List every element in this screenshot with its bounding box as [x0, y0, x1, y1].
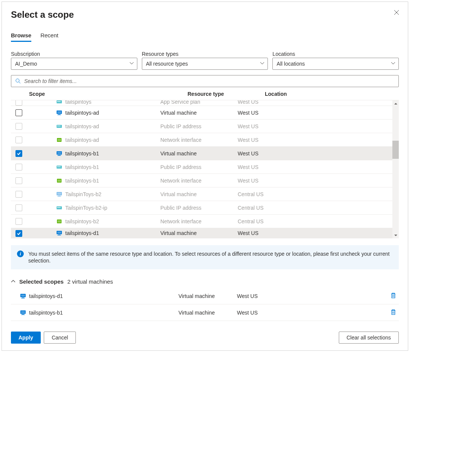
- svg-rect-8: [57, 115, 61, 115]
- resource-name: tailspintoys-b1: [65, 178, 99, 184]
- svg-rect-4: [60, 101, 60, 102]
- scroll-track[interactable]: [392, 107, 399, 232]
- svg-rect-27: [59, 180, 60, 182]
- svg-rect-7: [58, 114, 60, 115]
- resource-type-icon: [56, 230, 62, 236]
- resource-type: Network interface: [160, 178, 238, 184]
- selected-scopes-count: 2 virtual machines: [68, 278, 113, 285]
- row-checkbox: [15, 100, 22, 106]
- row-checkbox[interactable]: [15, 230, 22, 237]
- resource-type-icon: [56, 191, 62, 197]
- resource-type-icon: [56, 137, 62, 143]
- svg-rect-35: [58, 207, 59, 208]
- svg-rect-52: [21, 315, 25, 315]
- row-checkbox[interactable]: [15, 109, 22, 116]
- tab-recent[interactable]: Recent: [40, 32, 58, 42]
- search-bar[interactable]: [11, 75, 399, 87]
- resource-location: West US: [238, 230, 399, 237]
- table-row: tailspintoys-b2Network interfaceCentral …: [11, 215, 399, 228]
- resource-name: tailspintoys-d1: [65, 230, 99, 236]
- svg-rect-44: [57, 235, 61, 235]
- row-checkbox[interactable]: [15, 150, 22, 157]
- resource-location: Central US: [238, 191, 399, 197]
- locations-value: All locations: [277, 61, 305, 67]
- table-header: Scope Resource type Location: [11, 87, 399, 100]
- delete-selection-button[interactable]: [390, 309, 399, 316]
- scroll-down-button[interactable]: [392, 232, 399, 238]
- svg-rect-14: [58, 139, 58, 141]
- resource-type-icon: [56, 110, 62, 116]
- resource-type: Virtual machine: [160, 150, 238, 157]
- resource-location: West US: [238, 123, 399, 129]
- subscription-value: AI_Demo: [15, 61, 37, 67]
- svg-rect-40: [60, 220, 61, 223]
- close-button[interactable]: [394, 9, 401, 17]
- resource-type-icon: [56, 205, 62, 211]
- locations-label: Locations: [272, 51, 399, 57]
- table-row[interactable]: tailspintoys-adVirtual machineWest US: [11, 106, 399, 120]
- resource-types-select[interactable]: All resource types: [142, 58, 268, 70]
- svg-rect-48: [21, 298, 25, 298]
- col-type: Resource type: [188, 91, 265, 97]
- info-text: You must select items of the same resour…: [28, 250, 393, 264]
- svg-rect-32: [57, 196, 61, 197]
- subscription-label: Subscription: [11, 51, 137, 57]
- resource-type: Network interface: [160, 137, 238, 143]
- tabs: Browse Recent: [11, 32, 399, 42]
- subscription-select[interactable]: AI_Demo: [11, 58, 137, 70]
- resource-table: tailspintoysApp Service planWest UStails…: [11, 100, 399, 238]
- table-row: tailspintoys-adNetwork interfaceWest US: [11, 133, 399, 147]
- selected-item-location: West US: [237, 310, 390, 316]
- resource-type-icon: [56, 150, 62, 157]
- close-icon: [394, 9, 400, 15]
- resource-name: TailspinToys-b2: [65, 191, 101, 197]
- resource-name: tailspintoys-ad: [65, 123, 99, 129]
- vm-icon: [20, 293, 26, 299]
- search-input[interactable]: [24, 78, 395, 84]
- select-scope-dialog: Select a scope Browse Recent Subscriptio…: [2, 2, 408, 351]
- row-checkbox: [15, 191, 22, 198]
- svg-rect-16: [60, 139, 61, 141]
- col-scope: Scope: [29, 91, 188, 97]
- table-row: tailspintoys-b1Public IP addressWest US: [11, 160, 399, 174]
- selected-item-name: tailspintoys-d1: [29, 293, 63, 299]
- selected-scopes-header[interactable]: Selected scopes 2 virtual machines: [11, 278, 399, 285]
- resource-location: West US: [238, 164, 399, 170]
- svg-rect-38: [58, 220, 58, 223]
- resource-name: tailspintoys-b1: [65, 164, 99, 170]
- resource-type-icon: [56, 100, 62, 105]
- tab-browse[interactable]: Browse: [11, 32, 31, 42]
- vm-icon: [20, 310, 26, 316]
- svg-rect-19: [58, 155, 60, 155]
- svg-rect-15: [59, 139, 60, 141]
- svg-rect-22: [57, 166, 58, 167]
- locations-select[interactable]: All locations: [272, 58, 399, 70]
- resource-location: West US: [238, 150, 399, 157]
- row-checkbox: [15, 204, 22, 211]
- cancel-button[interactable]: Cancel: [44, 332, 76, 344]
- resource-type-icon: [56, 218, 62, 224]
- clear-selections-button[interactable]: Clear all selections: [339, 332, 399, 344]
- svg-rect-43: [58, 235, 60, 235]
- table-row[interactable]: tailspintoys-b1Virtual machineWest US: [11, 147, 399, 160]
- resource-type: Virtual machine: [160, 230, 238, 237]
- resource-location: Central US: [238, 205, 399, 211]
- scrollbar[interactable]: [392, 100, 399, 238]
- info-icon: i: [17, 250, 24, 257]
- dialog-title: Select a scope: [11, 9, 399, 20]
- info-bar: i You must select items of the same reso…: [11, 245, 399, 269]
- row-checkbox: [15, 164, 22, 170]
- delete-selection-button[interactable]: [390, 292, 399, 300]
- trash-icon: [390, 292, 397, 299]
- scroll-thumb[interactable]: [392, 141, 399, 159]
- table-row[interactable]: tailspintoys-d1Virtual machineWest US: [11, 228, 399, 238]
- resource-type: Virtual machine: [160, 110, 238, 116]
- resource-types-label: Resource types: [142, 51, 268, 57]
- resource-types-value: All resource types: [146, 61, 188, 67]
- svg-rect-26: [58, 180, 58, 182]
- scroll-up-button[interactable]: [392, 100, 399, 107]
- svg-rect-3: [58, 101, 59, 102]
- resource-name: tailspintoys-b2: [65, 218, 99, 224]
- svg-rect-23: [58, 166, 59, 167]
- apply-button[interactable]: Apply: [11, 332, 41, 344]
